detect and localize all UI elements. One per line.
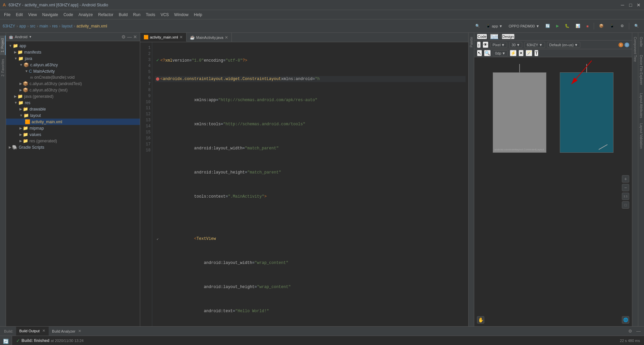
close-button[interactable]: ✕ [636, 2, 641, 8]
component-tree-label[interactable]: Component Tree [633, 34, 638, 65]
panel-close-button[interactable]: — [127, 34, 132, 40]
main-layout: 1: Project 2: Favorites 🤖 Android ▼ ⚙ — … [0, 33, 644, 326]
preview-code-button[interactable]: Code [477, 34, 487, 39]
tab-mainactivity[interactable]: ☕ MainActivity.java ✕ [186, 33, 232, 42]
panel-minimize-button[interactable]: ✕ [133, 34, 137, 40]
menu-navigate[interactable]: Navigate [40, 11, 61, 18]
tree-item-java-generated[interactable]: ▶ 📁 java (generated) [6, 93, 140, 99]
menu-edit[interactable]: Edit [13, 11, 25, 18]
profile-button[interactable]: 📊 [573, 22, 583, 29]
pixel-density-dropdown[interactable]: Pixel ▼ [490, 42, 507, 48]
tree-item-package[interactable]: ▼ 📦 c.aliyun.a63hzy [6, 62, 140, 68]
preview-connect-button[interactable]: ⚡ [510, 50, 517, 56]
tree-item-manifests[interactable]: ▶ 📁 manifests [6, 49, 140, 55]
hand-tool-button[interactable]: ✋ [477, 316, 484, 324]
preview-toggle-button[interactable]: ↕ [477, 42, 481, 48]
zoom-fit-button[interactable]: □ [622, 201, 629, 209]
build-analyzer-close[interactable]: ✕ [78, 329, 81, 333]
preview-zoom-button[interactable]: 🔍 [484, 50, 491, 56]
tab-activity-main[interactable]: 🟧 activity_main.xml ✕ [140, 33, 186, 42]
preview-cursor-button[interactable]: ↖ [477, 50, 482, 56]
preview-clear-button[interactable]: ✕ [519, 50, 524, 56]
tree-item-gradle[interactable]: ▶ 🐘 Gradle Scripts [6, 144, 140, 150]
zoom-dropdown[interactable]: 30 ▼ [509, 42, 522, 48]
build-sync-icon[interactable]: 🔄 [3, 339, 9, 344]
menu-file[interactable]: File [1, 11, 13, 18]
globe-button[interactable]: 🌐 [622, 316, 629, 324]
avd-manager-button[interactable]: 📱 [607, 22, 617, 29]
menu-view[interactable]: View [25, 11, 40, 18]
menu-window[interactable]: Window [171, 11, 191, 18]
build-settings-button[interactable]: ⚙ [626, 329, 634, 334]
tree-item-test[interactable]: ▶ 📦 c.aliyun.a63hzy (test) [6, 87, 140, 93]
layout-attributes-tab[interactable]: Layout Attributes [639, 90, 644, 121]
tree-item-res[interactable]: ▼ 📁 res [6, 99, 140, 106]
code-editor[interactable]: 1 2 3 4 5 6 7 8 9 10 11 12 13 14 15 16 1… [140, 42, 468, 326]
menu-code[interactable]: Code [61, 11, 76, 18]
menu-vcs[interactable]: VCS [158, 11, 172, 18]
device-dropdown[interactable]: OPPO PADM00 ▼ [506, 23, 542, 29]
breadcrumb-project: 63HZY [3, 24, 15, 28]
zoom-out-button[interactable]: − [622, 184, 629, 191]
locale-dropdown[interactable]: Default (en-us) ▼ [547, 42, 581, 48]
gradle-tab[interactable]: Gradle [639, 34, 644, 50]
sync-button[interactable]: 🔄 [543, 22, 552, 29]
device-file-explorer-tab[interactable]: Device File Explorer [639, 50, 644, 90]
search-everywhere-button[interactable]: 🔍 [473, 22, 482, 29]
chevron-right-icon: ▶ [19, 88, 22, 92]
panel-settings-button[interactable]: ⚙ [121, 34, 126, 40]
tree-item-drawable[interactable]: ▶ 📁 drawable [6, 106, 140, 112]
palette-label[interactable]: Palette [469, 34, 474, 50]
tree-item-oncreate[interactable]: m onCreate(Bundle):void [6, 74, 140, 80]
menu-analyze[interactable]: Analyze [76, 11, 96, 18]
project-panel-actions: ⚙ — ✕ [121, 34, 137, 40]
preview-infer-button[interactable]: 🪄 [526, 50, 532, 56]
preview-eye-button[interactable]: 👁 [483, 42, 488, 48]
project-dropdown[interactable]: 63HZY ▼ [524, 42, 545, 48]
build-minimize-button[interactable]: — [634, 329, 643, 334]
minimize-button[interactable]: ─ [620, 2, 625, 8]
preview-split-button[interactable]: Split [490, 34, 498, 39]
app-config-dropdown[interactable]: 📱 app ▼ [484, 22, 505, 29]
zoom-in-button[interactable]: + [622, 175, 629, 183]
tab-close-button[interactable]: ✕ [225, 35, 228, 40]
menu-refactor[interactable]: Refactor [96, 11, 116, 18]
project-tab[interactable]: 1: Project [0, 36, 6, 55]
tree-item-layout[interactable]: ▼ 📁 layout [6, 112, 140, 119]
tab-close-button[interactable]: ✕ [179, 35, 183, 40]
menu-build[interactable]: Build [116, 11, 130, 18]
tree-item-java[interactable]: ▼ 📁 java [6, 55, 140, 62]
menu-tools[interactable]: Tools [143, 11, 158, 18]
tab-build-analyzer[interactable]: Build Analyzer ✕ [49, 327, 85, 336]
stop-button[interactable]: ■ [584, 23, 591, 29]
preview-design-button[interactable]: Design [502, 34, 515, 39]
menu-run[interactable]: Run [130, 11, 143, 18]
favorites-tab[interactable]: 2: Favorites [0, 56, 5, 79]
tree-item-mipmap[interactable]: ▶ 📁 mipmap [6, 125, 140, 131]
tree-item-androidtest[interactable]: ▶ 📦 c.aliyun.a63hzy (androidTest) [6, 80, 140, 87]
preview-text-button[interactable]: T [534, 50, 538, 56]
tree-item-activity-main[interactable]: 🟧 activity_main.xml [6, 119, 140, 125]
margin-dropdown[interactable]: 0dp ▼ [493, 50, 508, 56]
tree-item-values[interactable]: ▶ 📁 values [6, 131, 140, 138]
maximize-button[interactable]: □ [628, 2, 633, 8]
tree-item-mainactivity[interactable]: ▼ C MainActivity [6, 68, 140, 74]
tab-build-output[interactable]: Build Output ✕ [16, 327, 49, 336]
hand-tool: ✋ [477, 316, 484, 324]
code-content[interactable]: ✓ <?xml version="1.0" encoding="utf-8"?>… [152, 42, 468, 326]
layout-validation-tab[interactable]: Layout Validation [639, 121, 644, 151]
tree-item-res-generated[interactable]: ▶ 📁 res (generated) [6, 138, 140, 144]
breadcrumb-app: app [19, 24, 26, 28]
tree-label: onCreate(Bundle):void [34, 75, 74, 80]
build-output-close[interactable]: ✕ [42, 329, 45, 333]
component-tree-panel: Component Tree [632, 33, 638, 326]
tree-item-app[interactable]: ▼ 📁 app [6, 43, 140, 49]
search-button[interactable]: 🔍 [632, 22, 641, 29]
tree-label: MainActivity [33, 69, 55, 74]
settings-button[interactable]: ⚙ [618, 22, 626, 29]
run-button[interactable]: ▶ [554, 22, 561, 29]
sdk-manager-button[interactable]: 📦 [597, 22, 606, 29]
code-line-10: android:layout_width="wrap_content" [155, 257, 466, 269]
debug-button[interactable]: 🐛 [562, 22, 572, 29]
menu-help[interactable]: Help [191, 11, 205, 18]
